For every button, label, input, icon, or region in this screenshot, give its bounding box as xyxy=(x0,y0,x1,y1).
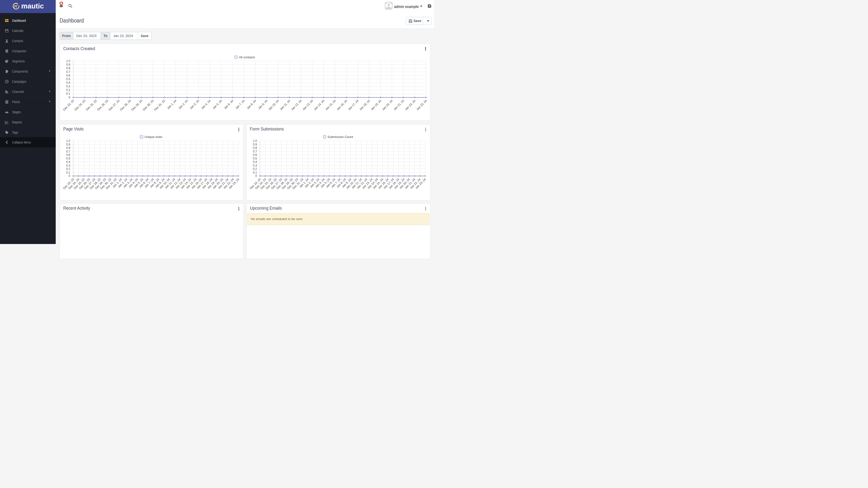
svg-text:Jan 4, 24: Jan 4, 24 xyxy=(200,99,211,110)
svg-text:0.4: 0.4 xyxy=(253,160,257,164)
svg-text:Jan 11, 24: Jan 11, 24 xyxy=(279,99,291,111)
svg-text:Dec 31, 23: Dec 31, 23 xyxy=(153,99,166,111)
svg-text:0: 0 xyxy=(68,174,70,178)
svg-text:0.1: 0.1 xyxy=(66,92,70,95)
svg-text:Jan 15, 24: Jan 15, 24 xyxy=(324,99,336,111)
svg-text:Dec 28, 23: Dec 28, 23 xyxy=(119,99,131,111)
svg-text:Dec 23, 23: Dec 23, 23 xyxy=(62,99,74,111)
svg-text:Jan 18, 24: Jan 18, 24 xyxy=(359,99,371,111)
svg-text:0.8: 0.8 xyxy=(66,67,70,70)
svg-text:Jan 3, 24: Jan 3, 24 xyxy=(189,99,200,110)
svg-text:Jan 12, 24: Jan 12, 24 xyxy=(290,99,302,111)
svg-text:0.7: 0.7 xyxy=(253,150,257,153)
svg-text:0: 0 xyxy=(255,174,257,178)
svg-text:0.6: 0.6 xyxy=(253,153,257,157)
svg-text:0.3: 0.3 xyxy=(66,164,70,167)
svg-text:0.7: 0.7 xyxy=(66,70,70,73)
svg-text:Dec 26, 23: Dec 26, 23 xyxy=(96,99,109,111)
svg-text:0.2: 0.2 xyxy=(66,167,70,171)
svg-text:Jan 9, 24: Jan 9, 24 xyxy=(257,99,268,110)
svg-text:Jan 7, 24: Jan 7, 24 xyxy=(235,99,245,110)
svg-text:Jan 22, 24: Jan 22, 24 xyxy=(404,99,416,111)
svg-text:0.1: 0.1 xyxy=(253,171,257,174)
svg-text:1.0: 1.0 xyxy=(66,139,70,142)
svg-text:0.4: 0.4 xyxy=(66,160,70,164)
svg-text:Jan 20, 24: Jan 20, 24 xyxy=(381,99,393,111)
svg-text:Dec 25, 23: Dec 25, 23 xyxy=(85,99,97,111)
svg-text:0.2: 0.2 xyxy=(66,88,70,92)
svg-text:0.9: 0.9 xyxy=(66,63,70,66)
svg-text:Jan 6, 24: Jan 6, 24 xyxy=(223,99,234,110)
svg-text:0.6: 0.6 xyxy=(66,153,70,157)
svg-text:Dec 30, 23: Dec 30, 23 xyxy=(142,99,154,111)
svg-text:0.3: 0.3 xyxy=(66,85,70,88)
svg-text:0: 0 xyxy=(68,96,70,99)
svg-text:Jan 17, 24: Jan 17, 24 xyxy=(347,99,359,111)
svg-text:0.5: 0.5 xyxy=(66,157,70,160)
svg-text:0.9: 0.9 xyxy=(66,142,70,146)
svg-text:0.5: 0.5 xyxy=(253,157,257,160)
svg-text:Jan 14, 24: Jan 14, 24 xyxy=(313,99,325,111)
svg-text:0.8: 0.8 xyxy=(66,146,70,150)
svg-text:Jan 19, 24: Jan 19, 24 xyxy=(370,99,382,111)
svg-text:0.7: 0.7 xyxy=(66,150,70,153)
svg-text:Jan 5, 24: Jan 5, 24 xyxy=(212,99,223,110)
svg-text:0.1: 0.1 xyxy=(66,171,70,174)
svg-text:Jan 10, 24: Jan 10, 24 xyxy=(268,99,279,111)
svg-text:0.6: 0.6 xyxy=(66,74,70,77)
svg-text:Jan 8, 24: Jan 8, 24 xyxy=(246,99,257,110)
svg-text:Jan 21, 24: Jan 21, 24 xyxy=(393,99,405,111)
svg-text:0.4: 0.4 xyxy=(66,81,70,85)
svg-text:1.0: 1.0 xyxy=(66,59,70,63)
svg-text:0.3: 0.3 xyxy=(253,164,257,167)
svg-text:0.9: 0.9 xyxy=(253,142,257,146)
svg-text:Dec 24, 23: Dec 24, 23 xyxy=(73,99,86,111)
svg-text:Dec 29, 23: Dec 29, 23 xyxy=(130,99,143,111)
svg-text:Jan 13, 24: Jan 13, 24 xyxy=(302,99,314,111)
svg-text:Jan 1, 24: Jan 1, 24 xyxy=(166,99,177,110)
svg-text:Jan 23, 24: Jan 23, 24 xyxy=(415,99,428,111)
svg-text:1.0: 1.0 xyxy=(253,139,257,142)
svg-text:0.2: 0.2 xyxy=(253,167,257,171)
svg-text:Dec 27, 23: Dec 27, 23 xyxy=(108,99,120,111)
svg-text:0.8: 0.8 xyxy=(253,146,257,150)
svg-text:Jan 16, 24: Jan 16, 24 xyxy=(336,99,348,111)
svg-text:0.5: 0.5 xyxy=(66,77,70,81)
svg-text:Jan 2, 24: Jan 2, 24 xyxy=(178,99,188,110)
